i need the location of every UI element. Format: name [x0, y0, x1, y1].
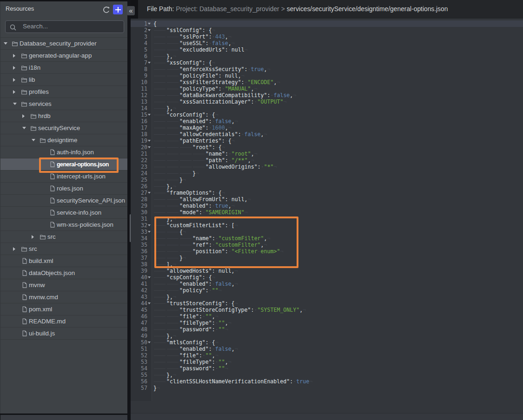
code-line-33[interactable]: {¬: [152, 229, 523, 235]
code-line-39[interactable]: "allowedHosts":·null,¬: [152, 268, 523, 274]
code-line-52[interactable]: "file":·"",¬: [152, 352, 523, 359]
tree-item-general-options.json[interactable]: general-options.json: [0, 158, 128, 171]
tree-item-intercept-urls.json[interactable]: intercept-urls.json: [0, 171, 128, 183]
chevron-right-icon[interactable]: [13, 78, 15, 82]
code-line-40[interactable]: "cspConfig":·{¬: [152, 274, 523, 281]
code-line-3[interactable]: "sslPort":·443,¬: [152, 33, 523, 40]
chevron-right-icon[interactable]: [13, 247, 15, 251]
fold-arrow-icon[interactable]: [148, 140, 151, 142]
tree-item-auth-info.json[interactable]: auth-info.json: [0, 146, 128, 158]
tree-item-README.md[interactable]: README.md: [0, 315, 128, 328]
code-line-53[interactable]: "fileType":·"",¬: [152, 359, 523, 365]
tree-item-wm-xss-policies.json[interactable]: wm-xss-policies.json: [0, 219, 128, 231]
code-line-49[interactable]: },¬: [152, 333, 523, 339]
code-line-18[interactable]: "allowCredentials":·false,¬: [152, 131, 523, 138]
chevron-down-icon[interactable]: [4, 42, 7, 45]
code-line-10[interactable]: "xssFilterStrategy":·"ENCODE",¬: [152, 79, 523, 85]
code-line-36[interactable]: "position":·"<Filter·enum>"¬: [152, 248, 523, 255]
code-line-2[interactable]: "sslConfig":·{¬: [152, 27, 523, 33]
tree-item-securityService_API.json[interactable]: securityService_API.json: [0, 195, 128, 207]
fold-arrow-icon[interactable]: [148, 276, 151, 278]
code-line-23[interactable]: "allowedOrigins":·"*"¬: [152, 164, 523, 170]
fold-arrow-icon[interactable]: [148, 62, 151, 64]
fold-arrow-icon[interactable]: [148, 341, 151, 343]
code-line-21[interactable]: "name":·"root",¬: [152, 151, 523, 157]
tree-item-build.xml[interactable]: build.xml: [0, 255, 128, 267]
code-line-29[interactable]: "enabled":·true,¬: [152, 203, 523, 209]
code-line-4[interactable]: "useSSL":·false,¬: [152, 40, 523, 46]
code-line-57[interactable]: }¬: [152, 385, 523, 391]
code-line-55[interactable]: },¬: [152, 372, 523, 378]
code-line-47[interactable]: "fileType":·"",¬: [152, 320, 523, 326]
tree-item-Database_security_provider[interactable]: Database_security_provider: [0, 38, 128, 50]
tree-item-roles.json[interactable]: roles.json: [0, 183, 128, 195]
tree-item-securityService[interactable]: securityService: [0, 122, 128, 134]
fold-arrow-icon[interactable]: [148, 29, 151, 31]
collapse-sidebar-button[interactable]: «: [127, 6, 135, 15]
code-line-48[interactable]: "password":·""¬: [152, 326, 523, 333]
chevron-right-icon[interactable]: [13, 90, 15, 94]
code-line-20[interactable]: "root":·{¬: [152, 144, 523, 151]
fold-arrow-icon[interactable]: [148, 23, 151, 25]
fold-arrow-icon[interactable]: [148, 224, 151, 226]
tree-item-hrdb[interactable]: hrdb: [0, 110, 128, 122]
code-line-14[interactable]: },¬: [152, 105, 523, 112]
code-line-41[interactable]: "enabled":·false,¬: [152, 281, 523, 287]
code-line-1[interactable]: {¬: [152, 20, 523, 27]
code-line-27[interactable]: "frameOptions":·{¬: [152, 190, 523, 196]
code-line-15[interactable]: "corsConfig":·{¬: [152, 112, 523, 118]
fold-arrow-icon[interactable]: [148, 231, 151, 233]
fold-arrow-icon[interactable]: [148, 192, 151, 194]
tree-item-profiles[interactable]: profiles: [0, 86, 128, 98]
code-line-13[interactable]: "xssSanitizationLayer":·"OUTPUT"¬: [152, 98, 523, 105]
code-line-37[interactable]: }¬: [152, 255, 523, 261]
tree-item-designtime[interactable]: designtime: [0, 134, 128, 146]
editor-hscrollbar[interactable]: [131, 413, 523, 420]
code-line-54[interactable]: "password":·""¬: [152, 365, 523, 372]
tree-item-src[interactable]: src: [0, 231, 128, 243]
code-line-24[interactable]: }¬: [152, 170, 523, 177]
fold-arrow-icon[interactable]: [148, 146, 151, 148]
code-line-31[interactable]: },¬: [152, 216, 523, 222]
code-line-22[interactable]: "path":·"/**",¬: [152, 157, 523, 164]
tree-item-service-info.json[interactable]: service-info.json: [0, 207, 128, 219]
code-line-30[interactable]: "mode":·"SAMEORIGIN"¬: [152, 209, 523, 216]
code-line-9[interactable]: "policyFile":·null,¬: [152, 72, 523, 79]
chevron-down-icon[interactable]: [13, 103, 17, 105]
chevron-right-icon[interactable]: [32, 235, 34, 239]
tree-item-i18n[interactable]: i18n: [0, 62, 128, 74]
code-line-26[interactable]: },¬: [152, 183, 523, 190]
code-content[interactable]: {¬"sslConfig":·{¬"sslPort":·443,¬"useSSL…: [152, 20, 523, 391]
tree-item-mvnw[interactable]: mvnw: [0, 279, 128, 291]
tree-item-ui-build.js[interactable]: ui-build.js: [0, 328, 128, 340]
code-line-19[interactable]: "pathEntries":·{¬: [152, 138, 523, 144]
code-line-32[interactable]: "customFilterList":·[¬: [152, 222, 523, 229]
code-line-7[interactable]: "xssConfig":·{¬: [152, 59, 523, 66]
fold-arrow-icon[interactable]: [148, 302, 151, 304]
tree-item-services[interactable]: services: [0, 98, 128, 110]
tree-item-generated-angular-app[interactable]: generated-angular-app: [0, 50, 128, 62]
chevron-down-icon[interactable]: [32, 139, 35, 141]
code-line-35[interactable]: "ref":·"customFilter",¬: [152, 242, 523, 248]
code-line-38[interactable]: ],¬: [152, 261, 523, 268]
code-line-43[interactable]: },¬: [152, 294, 523, 300]
tree-item-lib[interactable]: lib: [0, 74, 128, 86]
code-line-12[interactable]: "dataBackwardCompatibility":·false,¬: [152, 92, 523, 98]
tree-item-dataObjects.json[interactable]: dataObjects.json: [0, 267, 128, 279]
code-line-45[interactable]: "trustStoreConfigType":·"SYSTEM_ONLY",¬: [152, 307, 523, 313]
code-line-11[interactable]: "policyType":·"MANUAL",¬: [152, 85, 523, 92]
search-input[interactable]: [5, 20, 124, 33]
fold-arrow-icon[interactable]: [148, 114, 151, 116]
code-line-25[interactable]: }¬: [152, 177, 523, 183]
code-line-17[interactable]: "maxAge":·1600,¬: [152, 125, 523, 131]
tree-item-pom.xml[interactable]: pom.xml: [0, 303, 128, 315]
tree-item-mvnw.cmd[interactable]: mvnw.cmd: [0, 291, 128, 303]
code-line-51[interactable]: "enabled":·false,¬: [152, 346, 523, 352]
code-line-5[interactable]: "excludedUrls":·null¬: [152, 46, 523, 53]
code-line-42[interactable]: "policy":·""¬: [152, 287, 523, 294]
chevron-right-icon[interactable]: [22, 114, 25, 118]
sidebar-vscrollbar[interactable]: [127, 0, 131, 420]
code-line-8[interactable]: "enforceXssSecurity":·true,¬: [152, 66, 523, 72]
code-line-28[interactable]: "allowFromUrl":·null,¬: [152, 196, 523, 203]
code-line-34[interactable]: "name":·"customFilter",¬: [152, 235, 523, 242]
